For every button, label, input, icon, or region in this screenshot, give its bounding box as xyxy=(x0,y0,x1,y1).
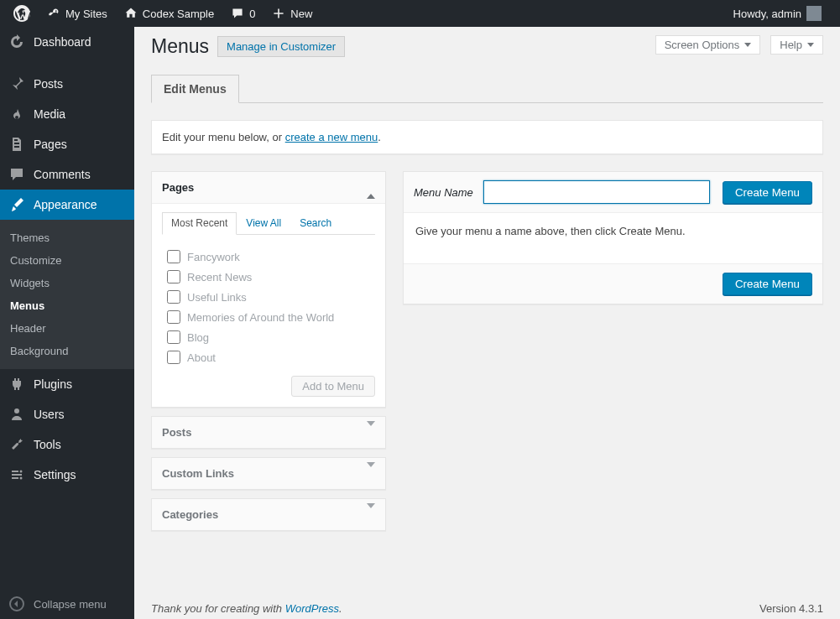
list-item: Fancywork xyxy=(167,247,375,267)
nav-tabs: Edit Menus xyxy=(151,75,823,103)
instruction-suffix: . xyxy=(378,131,381,143)
svg-point-1 xyxy=(20,471,23,473)
page-checkbox[interactable] xyxy=(167,351,180,364)
pin-icon xyxy=(8,75,25,92)
list-item: About xyxy=(167,347,375,367)
screen-options-label: Screen Options xyxy=(665,39,740,51)
page-checkbox[interactable] xyxy=(167,310,180,324)
menu-body-text: Give your menu a name above, then click … xyxy=(415,225,686,237)
site-name-link[interactable]: Codex Sample xyxy=(117,0,221,27)
categories-title: Categories xyxy=(162,508,218,521)
media-icon xyxy=(8,106,25,122)
new-content-link[interactable]: New xyxy=(265,0,319,27)
sidebar-item-tools[interactable]: Tools xyxy=(0,429,134,460)
sidebar-item-posts[interactable]: Posts xyxy=(0,69,134,99)
custom-links-title: Custom Links xyxy=(162,467,234,480)
page-checkbox[interactable] xyxy=(167,250,180,263)
instruction-box: Edit your menu below, or create a new me… xyxy=(151,120,823,154)
screen-options-button[interactable]: Screen Options xyxy=(655,35,761,55)
sidebar-item-pages[interactable]: Pages xyxy=(0,129,134,159)
my-sites-link[interactable]: My Sites xyxy=(40,0,114,27)
sidebar-item-settings[interactable]: Settings xyxy=(0,460,134,490)
users-icon xyxy=(8,406,25,423)
submenu-header[interactable]: Header xyxy=(0,317,134,340)
page-label: Useful Links xyxy=(187,291,247,304)
page-label: Recent News xyxy=(187,271,252,283)
version-text: Version 4.3.1 xyxy=(759,602,823,615)
main-content: Screen Options Help Menus Manage in Cust… xyxy=(134,27,840,619)
menu-body: Give your menu a name above, then click … xyxy=(404,213,822,263)
menu-name-label: Menu Name xyxy=(414,186,473,199)
sidebar-label: Settings xyxy=(34,468,76,481)
add-to-menu-button[interactable]: Add to Menu xyxy=(291,376,375,397)
chevron-down-icon xyxy=(367,508,375,521)
page-checkbox[interactable] xyxy=(167,270,180,283)
sidebar-label: Comments xyxy=(34,168,91,181)
create-menu-button-bottom[interactable]: Create Menu xyxy=(723,273,812,295)
account-link[interactable]: Howdy, admin xyxy=(727,0,828,27)
pages-panel: Pages Most Recent View All Search Fancyw… xyxy=(151,171,386,408)
instruction-text: Edit your menu below, or xyxy=(162,131,285,143)
sidebar-item-dashboard[interactable]: Dashboard xyxy=(0,27,134,57)
home-icon xyxy=(124,7,138,20)
comments-icon xyxy=(8,166,25,183)
submenu-themes[interactable]: Themes xyxy=(0,226,134,249)
sidebar-item-appearance[interactable]: Appearance xyxy=(0,190,134,220)
custom-links-panel-header[interactable]: Custom Links xyxy=(152,458,385,489)
page-icon xyxy=(8,136,25,153)
settings-icon xyxy=(8,466,25,483)
create-new-menu-link[interactable]: create a new menu xyxy=(285,131,378,143)
list-item: Useful Links xyxy=(167,287,375,307)
admin-sidebar: Dashboard Posts Media Pages Comments App… xyxy=(0,27,134,619)
svg-point-2 xyxy=(20,477,23,480)
tab-search[interactable]: Search xyxy=(290,212,341,234)
sidebar-item-plugins[interactable]: Plugins xyxy=(0,369,134,399)
posts-panel: Posts xyxy=(151,416,386,449)
plus-icon xyxy=(272,7,285,20)
chevron-up-icon xyxy=(367,181,375,194)
collapse-menu[interactable]: Collapse menu xyxy=(0,589,134,619)
page-checkbox[interactable] xyxy=(167,330,180,344)
collapse-label: Collapse menu xyxy=(34,598,107,611)
comment-count: 0 xyxy=(249,8,255,20)
create-menu-button-top[interactable]: Create Menu xyxy=(723,181,812,204)
sidebar-label: Dashboard xyxy=(34,35,91,49)
submenu-menus[interactable]: Menus xyxy=(0,294,134,317)
sidebar-label: Posts xyxy=(34,77,63,91)
pages-list: Fancywork Recent News Useful Links Memor… xyxy=(162,243,375,376)
menu-name-input[interactable] xyxy=(483,180,710,204)
categories-panel-header[interactable]: Categories xyxy=(152,499,385,530)
help-label: Help xyxy=(780,39,802,51)
sidebar-label: Appearance xyxy=(34,198,97,211)
wp-logo[interactable] xyxy=(7,0,37,27)
sidebar-item-media[interactable]: Media xyxy=(0,99,134,129)
submenu-customize[interactable]: Customize xyxy=(0,249,134,272)
site-name-label: Codex Sample xyxy=(143,8,214,20)
tab-most-recent[interactable]: Most Recent xyxy=(162,212,237,235)
appearance-submenu: Themes Customize Widgets Menus Header Ba… xyxy=(0,220,134,369)
sidebar-label: Users xyxy=(34,408,65,421)
brush-icon xyxy=(8,196,25,213)
list-item: Blog xyxy=(167,327,375,347)
chevron-down-icon xyxy=(367,426,375,439)
page-label: Fancywork xyxy=(187,251,240,263)
submenu-background[interactable]: Background xyxy=(0,340,134,362)
sidebar-item-users[interactable]: Users xyxy=(0,399,134,429)
posts-title: Posts xyxy=(162,426,191,439)
tab-view-all[interactable]: View All xyxy=(237,212,290,234)
sidebar-label: Plugins xyxy=(34,377,72,391)
tab-edit-menus[interactable]: Edit Menus xyxy=(151,75,239,103)
pages-panel-header[interactable]: Pages xyxy=(152,172,385,204)
wordpress-link[interactable]: WordPress xyxy=(285,602,339,615)
manage-customizer-link[interactable]: Manage in Customizer xyxy=(217,36,345,57)
submenu-widgets[interactable]: Widgets xyxy=(0,272,134,294)
posts-panel-header[interactable]: Posts xyxy=(152,417,385,448)
help-button[interactable]: Help xyxy=(770,35,823,55)
comments-link[interactable]: 0 xyxy=(224,0,262,27)
sidebar-label: Pages xyxy=(34,138,67,151)
sidebar-item-comments[interactable]: Comments xyxy=(0,159,134,190)
plugin-icon xyxy=(8,376,25,393)
page-checkbox[interactable] xyxy=(167,290,180,304)
my-sites-label: My Sites xyxy=(65,8,107,20)
footer-suffix: . xyxy=(339,602,342,615)
